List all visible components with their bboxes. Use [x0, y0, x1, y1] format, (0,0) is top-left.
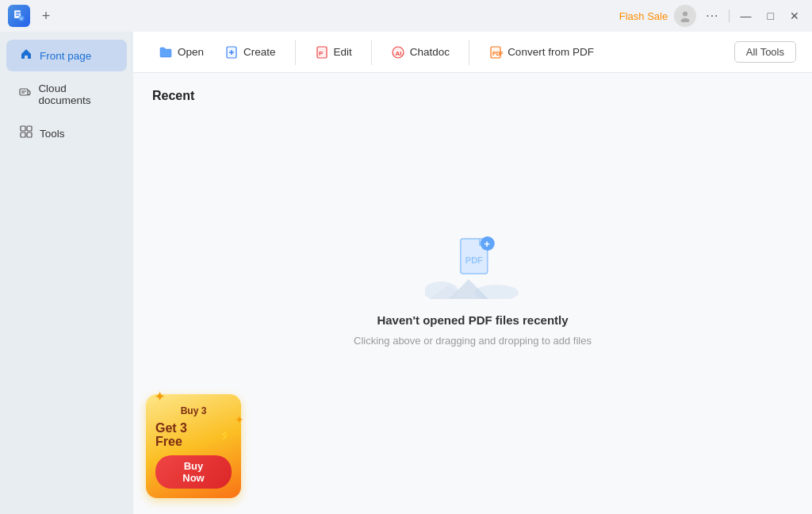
maximize-button[interactable]: □	[763, 8, 779, 24]
chatdoc-label: Chatdoc	[410, 46, 450, 58]
svg-rect-12	[27, 126, 32, 131]
cloud-icon	[19, 86, 32, 102]
convert-label: Convert from PDF	[508, 46, 594, 58]
svg-rect-8	[20, 89, 28, 95]
sidebar-label-front-page: Front page	[40, 50, 91, 62]
new-tab-button[interactable]: +	[36, 6, 56, 25]
svg-rect-1	[16, 12, 21, 13]
toolbar: Open Create	[133, 32, 812, 73]
promo-star-top: ✦	[154, 388, 166, 405]
create-button[interactable]: Create	[215, 40, 285, 65]
sidebar-item-front-page[interactable]: Front page	[6, 40, 127, 71]
flash-sale-label[interactable]: Flash Sale	[619, 10, 668, 22]
convert-icon: PDF	[488, 45, 503, 59]
open-icon	[159, 45, 173, 59]
promo-buy3-label: Buy 3	[181, 405, 207, 416]
user-avatar-button[interactable]	[674, 5, 696, 27]
sidebar-label-tools: Tools	[40, 128, 65, 140]
title-bar-left: + +	[8, 5, 56, 27]
svg-text:+: +	[21, 16, 23, 21]
open-button[interactable]: Open	[149, 40, 213, 65]
promo-get3-row: Get 3 Free ⚡	[155, 421, 232, 449]
tool-group-chatdoc: AI Chatdoc	[381, 40, 469, 65]
promo-card: ✦ ✦ Buy 3 Get 3 Free ⚡ Buy Now	[146, 394, 241, 498]
tool-group-edit: P Edit	[305, 40, 372, 65]
pdf-empty-icon: PDF +	[458, 236, 496, 280]
chatdoc-icon: AI	[391, 45, 405, 59]
svg-text:AI: AI	[395, 50, 401, 57]
svg-rect-11	[21, 126, 25, 131]
edit-label: Edit	[334, 46, 352, 58]
svg-rect-14	[27, 132, 32, 137]
home-icon	[19, 48, 33, 63]
svg-text:PDF: PDF	[492, 51, 503, 56]
more-options-button[interactable]: ···	[703, 7, 722, 25]
sidebar: Front page Cloud documents	[0, 32, 133, 514]
title-bar-right: Flash Sale ··· — □ ✕	[619, 5, 804, 27]
app-body: Front page Cloud documents	[0, 32, 812, 514]
create-label: Create	[243, 46, 276, 58]
tool-group-convert: PDF Convert from PDF	[479, 40, 613, 65]
create-icon	[224, 45, 239, 59]
empty-state: PDF + Haven't opened PDF files recently …	[152, 116, 793, 498]
empty-state-subtitle: Clicking above or dragging and dropping …	[354, 335, 592, 347]
main-content: Open Create	[133, 32, 812, 514]
svg-rect-3	[16, 15, 19, 16]
tool-group-open-create: Open Create	[149, 40, 296, 65]
promo-lightning: ⚡	[219, 429, 232, 441]
promo-star-right: ✦	[235, 413, 244, 426]
close-button[interactable]: ✕	[785, 8, 804, 24]
empty-state-title: Haven't opened PDF files recently	[377, 313, 568, 327]
all-tools-button[interactable]: All Tools	[734, 41, 796, 63]
minimize-button[interactable]: —	[736, 8, 756, 24]
title-bar: + + Flash Sale ··· — □ ✕	[0, 0, 812, 32]
empty-illustration: PDF +	[425, 236, 520, 299]
sidebar-label-cloud-documents: Cloud documents	[38, 82, 114, 106]
svg-text:PDF: PDF	[465, 255, 483, 265]
title-divider	[729, 10, 730, 22]
promo-get3-label: Get 3 Free	[155, 421, 216, 449]
svg-point-7	[681, 18, 690, 22]
svg-text:P: P	[319, 50, 324, 57]
tools-icon	[19, 125, 33, 141]
sidebar-item-cloud-documents[interactable]: Cloud documents	[6, 75, 127, 114]
svg-rect-2	[16, 13, 20, 14]
sidebar-item-tools[interactable]: Tools	[6, 117, 127, 149]
promo-buy-now-button[interactable]: Buy Now	[155, 455, 232, 489]
open-label: Open	[178, 46, 204, 58]
recent-title: Recent	[152, 89, 793, 103]
edit-button[interactable]: P Edit	[305, 40, 362, 65]
svg-text:+: +	[484, 238, 490, 250]
app-logo: +	[8, 5, 30, 27]
chatdoc-button[interactable]: AI Chatdoc	[381, 40, 459, 65]
convert-button[interactable]: PDF Convert from PDF	[479, 40, 603, 65]
svg-point-6	[683, 12, 688, 17]
edit-icon: P	[315, 45, 329, 59]
svg-rect-13	[21, 132, 25, 137]
